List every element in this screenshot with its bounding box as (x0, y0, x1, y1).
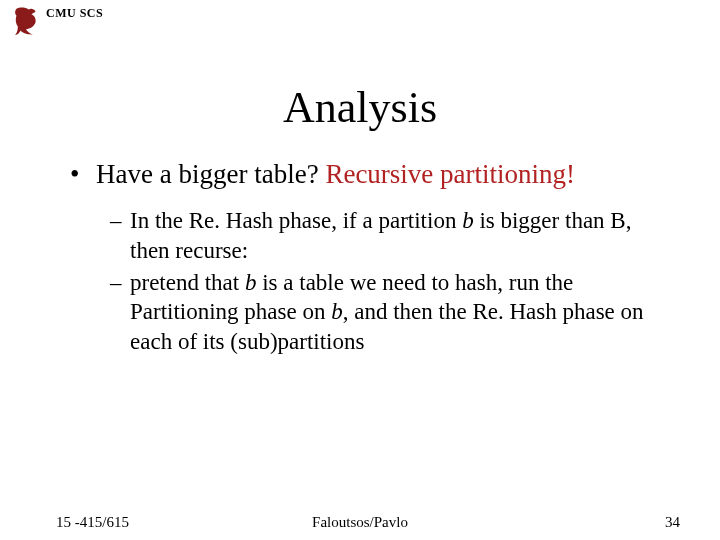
sub-bullet-2: pretend that b is a table we need to has… (110, 268, 660, 358)
footer-page-number: 34 (665, 514, 680, 531)
slide-title: Analysis (0, 82, 720, 133)
griffin-logo-icon (12, 6, 40, 36)
header-org: CMU SCS (46, 6, 103, 21)
sub1-p1: In the Re. Hash phase, if a partition (130, 208, 462, 233)
footer-authors: Faloutsos/Pavlo (0, 514, 720, 531)
slide: CMU SCS Analysis Have a bigger table? Re… (0, 0, 720, 540)
sub2-i2: b (331, 299, 343, 324)
header: CMU SCS (12, 6, 103, 36)
bullet-main: Have a bigger table? Recursive partition… (70, 158, 660, 192)
sub-bullet-1: In the Re. Hash phase, if a partition b … (110, 206, 660, 266)
sub1-i1: b (462, 208, 474, 233)
sub2-i1: b (245, 270, 257, 295)
bullet-main-lead: Have a bigger table? (96, 159, 325, 189)
slide-body: Have a bigger table? Recursive partition… (70, 158, 660, 359)
bullet-main-highlight: Recursive partitioning! (325, 159, 575, 189)
sub2-p1: pretend that (130, 270, 245, 295)
sub-bullet-list: In the Re. Hash phase, if a partition b … (70, 206, 660, 357)
